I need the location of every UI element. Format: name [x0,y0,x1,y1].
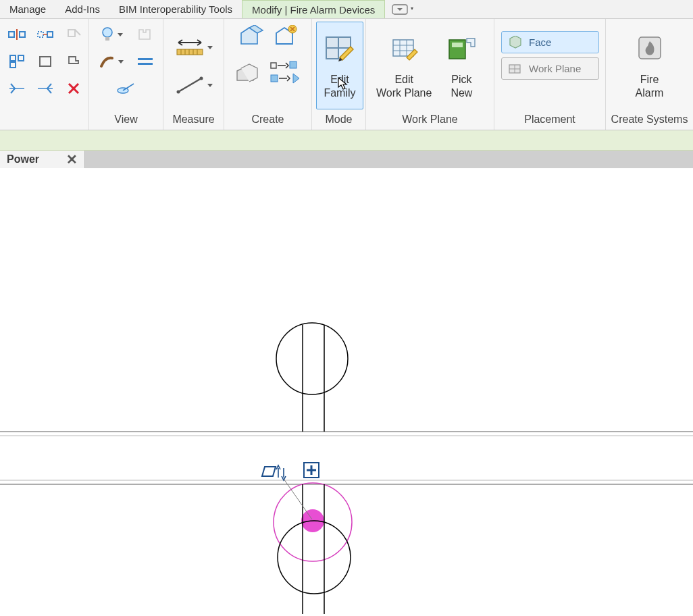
group-measure-label: Measure [168,111,220,128]
group-icon[interactable] [232,57,264,88]
group-create-systems-label: Create Systems [610,111,689,128]
placement-face-toggle[interactable]: Face [501,31,599,53]
edit-work-plane-button[interactable]: Edit Work Plane [370,22,438,109]
svg-line-70 [284,479,312,519]
measure-dropdown[interactable] [170,70,218,101]
group-create-label: Create [228,111,307,128]
svg-point-57 [276,323,348,394]
svg-point-31 [177,91,180,94]
view-tab-bar: Power ✕ [0,151,693,168]
pick-new-button[interactable]: Pick New [438,22,485,109]
shapes-icon[interactable] [267,57,305,88]
fire-alarm-label-2: Alarm [636,87,664,99]
grid-icon[interactable] [4,49,30,74]
svg-rect-39 [326,37,338,48]
pick-new-label-2: New [451,87,472,99]
placement-face-label: Face [529,36,551,48]
svg-line-8 [75,30,80,35]
svg-rect-34 [271,63,276,68]
edit-family-button[interactable]: Edit Family [316,22,363,109]
paint-dropdown[interactable] [95,49,128,74]
svg-rect-41 [326,48,338,59]
tab-manage[interactable]: Manage [0,0,55,18]
pick-new-label-1: Pick [451,74,471,85]
group-workplane-label: Work Plane [370,111,490,128]
svg-rect-11 [10,62,16,68]
face-icon [507,36,522,49]
view-tab-label: Power [7,153,39,165]
ribbon: View [0,19,693,130]
cut-icon-disabled [61,22,86,47]
svg-point-17 [103,28,112,37]
svg-rect-18 [105,37,109,41]
edit-family-label-2: Family [324,87,355,99]
fire-alarm-button[interactable]: Fire Alarm [623,22,677,109]
svg-rect-3 [20,32,25,37]
measure-3d-icon[interactable] [113,76,139,101]
edit-wp-label-2: Work Plane [376,87,432,99]
svg-rect-10 [18,55,24,61]
svg-rect-4 [38,32,43,37]
tab-addins[interactable]: Add-Ins [55,0,109,18]
box-icon[interactable] [32,49,58,74]
delete-icon[interactable] [61,76,86,101]
svg-rect-9 [10,55,16,61]
svg-rect-37 [271,75,278,82]
placement-workplane-label: Work Plane [529,63,581,74]
ribbon-tab-bar: Manage Add-Ins BIM Interoperability Tool… [0,0,693,19]
ribbon-dropdown-button[interactable] [385,0,421,18]
group-placement-label: Placement [498,111,601,128]
linework-icon[interactable] [132,49,158,74]
edit-family-label-1: Edit [330,74,349,85]
offset-icon[interactable] [32,22,58,47]
mirror2-icon[interactable] [32,76,58,101]
group-mode-label: Mode [316,111,361,128]
options-bar [0,130,693,151]
svg-rect-19 [138,58,153,60]
svg-rect-20 [138,63,153,65]
view-tab-close-icon[interactable]: ✕ [66,151,78,168]
edit-wp-label-1: Edit [394,74,413,85]
svg-line-30 [178,78,201,92]
svg-rect-36 [290,61,297,68]
view-tab-power[interactable]: Power ✕ [0,151,85,168]
mirror-icon[interactable] [4,76,30,101]
tab-modify-fire-alarm[interactable]: Modify | Fire Alarm Devices [242,0,385,18]
hide-icon-disabled [132,22,158,47]
load-family-icon[interactable] [270,22,302,53]
svg-rect-7 [68,30,75,36]
svg-rect-5 [47,32,53,37]
tab-bim-interop[interactable]: BIM Interoperability Tools [109,0,242,18]
svg-rect-48 [452,43,463,47]
drawing-canvas[interactable] [0,168,693,616]
aligned-dimension-dropdown[interactable] [170,32,218,63]
svg-rect-1 [9,32,14,37]
svg-point-32 [200,77,203,80]
svg-rect-12 [40,57,51,66]
create-similar-icon[interactable] [234,22,267,53]
align-icon[interactable] [4,22,30,47]
svg-rect-40 [338,37,351,48]
work-plane-icon [507,62,522,76]
fire-alarm-label-1: Fire [640,74,659,85]
group-view-label: View [93,111,159,128]
placement-work-plane-toggle[interactable]: Work Plane [501,57,599,80]
light-bulb-dropdown[interactable] [95,22,128,47]
pin-icon[interactable] [61,49,86,74]
